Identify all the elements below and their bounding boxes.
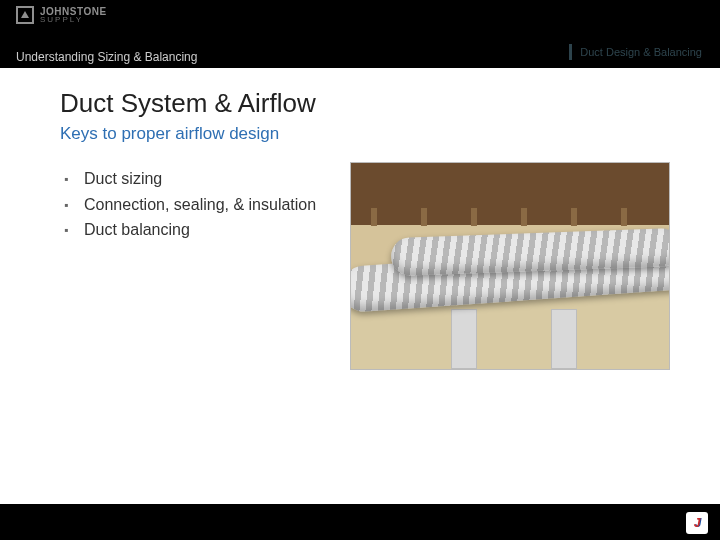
badge-letter: J <box>694 516 701 530</box>
brand-line2: SUPPLY <box>40 16 107 23</box>
divider-icon <box>569 44 572 60</box>
footer-band: J <box>0 504 720 540</box>
slide-title: Duct System & Airflow <box>60 88 316 119</box>
list-item: Duct sizing <box>60 168 330 190</box>
header-band: JOHNSTONE SUPPLY Understanding Sizing & … <box>0 0 720 68</box>
slide: JOHNSTONE SUPPLY Understanding Sizing & … <box>0 0 720 540</box>
header-section-label: Duct Design & Balancing <box>569 44 702 60</box>
brand-mark-icon <box>16 6 34 24</box>
bullet-list: Duct sizing Connection, sealing, & insul… <box>60 168 330 245</box>
duct-photo <box>350 162 670 370</box>
list-item: Connection, sealing, & insulation <box>60 194 330 216</box>
list-item: Duct balancing <box>60 219 330 241</box>
slide-subtitle: Keys to proper airflow design <box>60 124 279 144</box>
section-label-text: Duct Design & Balancing <box>580 46 702 58</box>
brand-text: JOHNSTONE SUPPLY <box>40 7 107 23</box>
brand-logo: JOHNSTONE SUPPLY <box>16 6 107 24</box>
footer-badge-icon: J <box>686 512 708 534</box>
breadcrumb: Understanding Sizing & Balancing <box>16 50 197 64</box>
